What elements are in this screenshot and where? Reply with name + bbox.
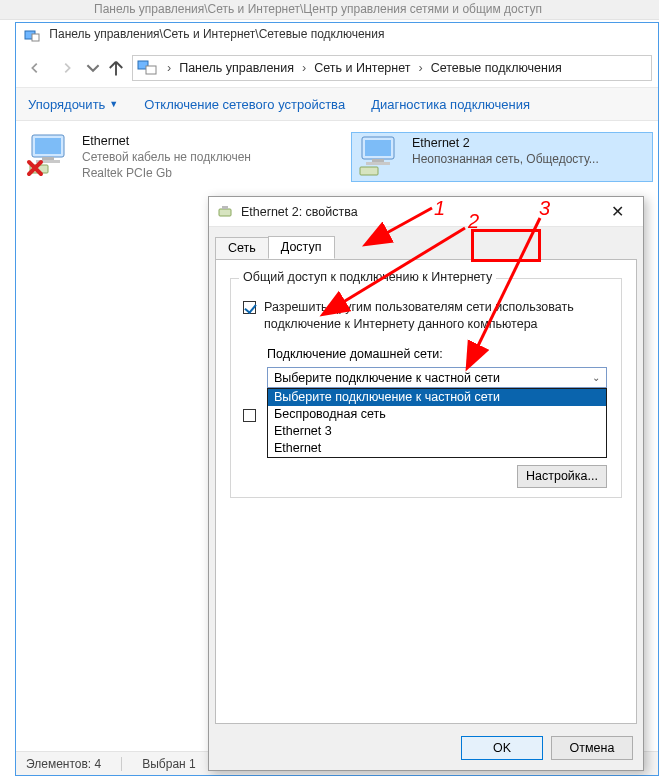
svg-rect-5 xyxy=(35,138,61,154)
dropdown-option[interactable]: Выберите подключение к частной сети xyxy=(268,389,606,406)
breadcrumb-bar[interactable]: › Панель управления › Сеть и Интернет › … xyxy=(132,55,652,81)
control-panel-icon xyxy=(24,28,40,42)
cmd-diagnose[interactable]: Диагностика подключения xyxy=(371,97,530,112)
chevron-down-icon: ⌄ xyxy=(592,372,600,383)
connection-item-selected[interactable]: Ethernet 2 Неопознанная сеть, Общедосту.… xyxy=(352,133,652,181)
nav-back-button[interactable] xyxy=(22,55,48,81)
status-divider-icon xyxy=(121,757,122,771)
allow-sharing-checkbox[interactable] xyxy=(243,301,256,314)
sharing-groupbox: Общий доступ к подключению к Интернету Р… xyxy=(230,278,622,498)
background-title-text: Панель управления\Сеть и Интернет\Центр … xyxy=(94,2,542,16)
background-window-title: Панель управления\Сеть и Интернет\Центр … xyxy=(0,0,659,20)
nav-recent-button[interactable] xyxy=(86,55,100,81)
home-network-label: Подключение домашней сети: xyxy=(267,347,443,361)
svg-rect-12 xyxy=(366,162,390,165)
dialog-close-button[interactable]: ✕ xyxy=(599,201,635,223)
nav-up-button[interactable] xyxy=(106,58,126,78)
svg-rect-14 xyxy=(219,209,231,216)
caret-down-icon: ▼ xyxy=(109,99,118,109)
dialog-titlebar[interactable]: Ethernet 2: свойства ✕ xyxy=(209,197,643,227)
close-icon: ✕ xyxy=(611,202,624,221)
connection-status: Сетевой кабель не подключен xyxy=(82,149,251,165)
window-titlebar: Панель управления\Сеть и Интернет\Сетевы… xyxy=(16,23,658,49)
svg-rect-1 xyxy=(32,34,39,41)
allow-sharing-row[interactable]: Разрешить другим пользователям сети испо… xyxy=(243,299,609,333)
dialog-tabs: Сеть Доступ xyxy=(209,231,643,259)
home-network-dropdown[interactable]: Выберите подключение к частной сети ⌄ xyxy=(267,367,607,388)
address-row: › Панель управления › Сеть и Интернет › … xyxy=(16,49,658,87)
ethernet-disconnected-icon xyxy=(26,133,74,177)
tab-network-label: Сеть xyxy=(228,241,256,255)
svg-rect-10 xyxy=(365,140,391,156)
svg-rect-15 xyxy=(222,206,228,209)
window-title-text: Панель управления\Сеть и Интернет\Сетевы… xyxy=(49,27,384,41)
allow-sharing-label: Разрешить другим пользователям сети испо… xyxy=(264,299,609,333)
ethernet-icon xyxy=(356,135,404,179)
network-connections-icon xyxy=(137,59,157,77)
cmd-disable-device[interactable]: Отключение сетевого устройства xyxy=(144,97,345,112)
svg-rect-11 xyxy=(372,159,384,162)
breadcrumb-sep-icon: › xyxy=(161,61,177,75)
cancel-button[interactable]: Отмена xyxy=(551,736,633,760)
allow-control-row[interactable] xyxy=(243,407,256,422)
properties-dialog: Ethernet 2: свойства ✕ Сеть Доступ Общий… xyxy=(208,196,644,771)
dialog-button-row: OK Отмена xyxy=(461,736,633,760)
dropdown-option[interactable]: Ethernet xyxy=(268,440,606,457)
cmd-arrange-label: Упорядочить xyxy=(28,97,105,112)
settings-button-label: Настройка... xyxy=(526,469,598,483)
connection-status: Неопознанная сеть, Общедосту... xyxy=(412,151,599,167)
tab-sharing[interactable]: Доступ xyxy=(268,236,335,259)
tab-panel-sharing: Общий доступ к подключению к Интернету Р… xyxy=(215,259,637,724)
svg-rect-3 xyxy=(146,66,156,74)
command-bar: Упорядочить ▼ Отключение сетевого устрой… xyxy=(16,87,658,121)
cmd-disable-label: Отключение сетевого устройства xyxy=(144,97,345,112)
adapter-icon xyxy=(217,204,233,220)
breadcrumb-sep-icon: › xyxy=(412,61,428,75)
ok-button-label: OK xyxy=(493,741,511,755)
svg-rect-13 xyxy=(360,167,378,175)
cancel-button-label: Отмена xyxy=(570,741,615,755)
error-x-icon xyxy=(26,159,44,177)
status-item-count: Элементов: 4 xyxy=(26,757,101,771)
dropdown-option[interactable]: Ethernet 3 xyxy=(268,423,606,440)
breadcrumb-seg-2[interactable]: Сеть и Интернет xyxy=(312,61,412,75)
dropdown-option[interactable]: Беспроводная сеть xyxy=(268,406,606,423)
home-network-dropdown-list[interactable]: Выберите подключение к частной сети Бесп… xyxy=(267,388,607,458)
connection-adapter: Realtek PCIe Gb xyxy=(82,165,251,181)
settings-button[interactable]: Настройка... xyxy=(517,465,607,488)
cmd-arrange[interactable]: Упорядочить ▼ xyxy=(28,97,118,112)
dropdown-selected-text: Выберите подключение к частной сети xyxy=(274,371,500,385)
breadcrumb-seg-1[interactable]: Панель управления xyxy=(177,61,296,75)
dialog-title-text: Ethernet 2: свойства xyxy=(241,205,599,219)
tab-network[interactable]: Сеть xyxy=(215,237,269,260)
breadcrumb-sep-icon: › xyxy=(296,61,312,75)
connection-name: Ethernet 2 xyxy=(412,135,599,151)
nav-forward-button[interactable] xyxy=(54,55,80,81)
ok-button[interactable]: OK xyxy=(461,736,543,760)
breadcrumb-seg-3[interactable]: Сетевые подключения xyxy=(429,61,564,75)
connection-name: Ethernet xyxy=(82,133,251,149)
connection-item[interactable]: Ethernet Сетевой кабель не подключен Rea… xyxy=(26,133,336,183)
tab-sharing-label: Доступ xyxy=(281,240,322,254)
cmd-diagnose-label: Диагностика подключения xyxy=(371,97,530,112)
status-selected-count: Выбран 1 xyxy=(142,757,195,771)
groupbox-legend: Общий доступ к подключению к Интернету xyxy=(239,270,496,284)
allow-control-checkbox[interactable] xyxy=(243,409,256,422)
